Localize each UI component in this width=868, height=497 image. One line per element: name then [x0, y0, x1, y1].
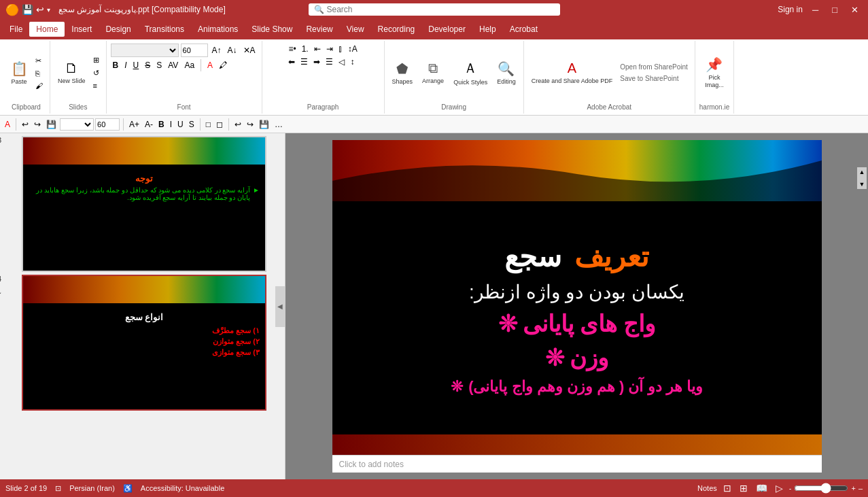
minimize-button[interactable]: ─	[808, 5, 822, 15]
section-button[interactable]: ≡	[90, 80, 102, 91]
increase-indent-button[interactable]: ⇥	[324, 44, 335, 54]
align-right-button[interactable]: ➡	[311, 56, 322, 67]
open-sharepoint-button[interactable]: Open from SharePoint	[617, 62, 691, 72]
normal-view-btn[interactable]: ⊡	[721, 483, 733, 494]
slide-sorter-btn[interactable]: ⊞	[737, 483, 750, 494]
menu-view[interactable]: View	[340, 22, 371, 37]
menu-file[interactable]: File	[3, 22, 29, 37]
copy-button[interactable]: ⎘	[33, 68, 46, 79]
strikethrough-button[interactable]: S	[143, 60, 152, 71]
paste-button[interactable]: 📋 Paste	[7, 54, 31, 92]
toolbar-increase-btn[interactable]: A+	[127, 119, 141, 130]
bullet3-text: ویا هر دو آن ( هم وزن وهم واج پایانی)	[468, 378, 703, 396]
menu-home[interactable]: Home	[29, 22, 65, 37]
toolbar-undo2-btn[interactable]: ↩	[232, 119, 243, 130]
save-sharepoint-button[interactable]: Save to SharePoint	[617, 73, 691, 84]
shadow-button[interactable]: S	[154, 60, 164, 71]
align-center-button[interactable]: ☰	[298, 56, 310, 67]
menu-help[interactable]: Help	[472, 22, 503, 37]
font-color-toolbar-button[interactable]: A	[3, 119, 12, 130]
text-direction-button[interactable]: ↕A	[346, 44, 360, 54]
toolbar-bold-btn[interactable]: B	[156, 119, 167, 130]
numbering-button[interactable]: 1.	[300, 44, 311, 54]
toolbar-font-select[interactable]	[60, 118, 94, 131]
editing-button[interactable]: 🔍 Editing	[493, 54, 519, 92]
font-family-select[interactable]	[111, 44, 179, 57]
reset-button[interactable]: ↺	[90, 67, 102, 79]
toolbar-shadow2-btn[interactable]: ◻	[214, 119, 225, 130]
slide-panel[interactable]: 3 توجه ► آرایه سجع در کلامی دیده می شود …	[0, 133, 285, 479]
vertical-scrollbar[interactable]: ▲ ▼	[857, 167, 867, 189]
italic-button[interactable]: I	[122, 60, 128, 71]
toolbar-redo-button[interactable]: ↪	[32, 119, 43, 130]
shapes-button[interactable]: ⬟ Shapes	[389, 54, 417, 92]
columns-button[interactable]: ⫿	[336, 44, 345, 54]
menu-animations[interactable]: Animations	[191, 22, 245, 37]
menu-recording[interactable]: Recording	[371, 22, 422, 37]
clear-format-button[interactable]: ✕A	[241, 45, 258, 56]
menu-review[interactable]: Review	[299, 22, 339, 37]
toolbar-decrease-btn[interactable]: A-	[143, 119, 155, 130]
toolbar-undo-button[interactable]: ↩	[20, 119, 31, 130]
signin-button[interactable]: Sign in	[778, 5, 803, 14]
font-decrease-button[interactable]: A↓	[226, 45, 239, 56]
panel-collapse-arrow[interactable]: ◀	[275, 286, 285, 327]
change-case-button[interactable]: Aa	[182, 60, 196, 71]
layout-button[interactable]: ⊞	[90, 54, 102, 66]
menu-design[interactable]: Design	[99, 22, 137, 37]
toolbar-redo2-btn[interactable]: ↪	[245, 119, 256, 130]
zoom-out-icon[interactable]: -	[789, 484, 792, 492]
quick-styles-button[interactable]: Ａ Quick Styles	[450, 54, 491, 92]
toolbar-more-btn[interactable]: …	[273, 119, 285, 130]
toolbar-shadow-btn[interactable]: S	[187, 119, 196, 130]
maximize-button[interactable]: □	[828, 5, 841, 15]
align-left-button[interactable]: ⬅	[286, 56, 297, 67]
line-spacing-button[interactable]: ↕	[348, 56, 356, 67]
zoom-in-icon[interactable]: +	[851, 484, 855, 492]
slide-thumb-3[interactable]: توجه ► آرایه سجع در کلامی دیده می شود که…	[22, 136, 266, 272]
decrease-indent-button[interactable]: ⇤	[312, 44, 323, 54]
toolbar-save-button[interactable]: 💾	[44, 119, 58, 130]
reading-view-btn[interactable]: 📖	[754, 483, 769, 494]
font-size-input[interactable]	[181, 44, 208, 57]
underline-button[interactable]: U	[131, 60, 141, 71]
pick-button[interactable]: 📌 PickImag...	[701, 54, 727, 92]
menu-transitions[interactable]: Transitions	[138, 22, 191, 37]
create-share-button[interactable]: A Create and Share Adobe PDF	[528, 54, 617, 92]
scroll-up-arrow[interactable]: ▲	[858, 167, 867, 177]
bullets-button[interactable]: ≡•	[286, 44, 298, 54]
quick-access-undo[interactable]: ↩	[36, 4, 44, 15]
quick-access-save[interactable]: 💾	[22, 4, 33, 15]
close-button[interactable]: ✕	[847, 5, 863, 15]
format-painter-button[interactable]: 🖌	[33, 80, 46, 91]
justify-button[interactable]: ☰	[324, 56, 335, 67]
notes-toggle-btn[interactable]: Notes	[697, 484, 717, 492]
bold-button[interactable]: B	[111, 60, 121, 71]
rtl-button[interactable]: ◁	[336, 56, 347, 67]
menu-slideshow[interactable]: Slide Show	[245, 22, 299, 37]
new-slide-button[interactable]: 🗋 New Slide	[54, 54, 89, 92]
font-color-button[interactable]: A	[205, 60, 215, 71]
toolbar-save2-btn[interactable]: 💾	[257, 119, 271, 130]
toolbar-size-input[interactable]	[95, 118, 120, 131]
toolbar-underline-btn[interactable]: U	[175, 119, 186, 130]
quick-access-dropdown[interactable]: ▾	[47, 6, 50, 14]
char-spacing-button[interactable]: AV	[166, 60, 180, 71]
arrange-button[interactable]: ⧉ Arrange	[419, 54, 447, 92]
cut-button[interactable]: ✂	[33, 55, 46, 67]
scroll-down-arrow[interactable]: ▼	[858, 179, 867, 189]
toolbar-border-btn[interactable]: □	[204, 119, 213, 130]
title-left: 🟠 💾 ↩ ▾ پاورپوینت آموزش سجع.ppt [Compati…	[5, 3, 226, 16]
slideshow-btn[interactable]: ▷	[774, 483, 785, 494]
search-input[interactable]	[327, 5, 551, 14]
menu-developer[interactable]: Developer	[421, 22, 472, 37]
menu-insert[interactable]: Insert	[65, 22, 99, 37]
font-increase-button[interactable]: A↑	[210, 45, 224, 56]
highlight-button[interactable]: 🖍	[217, 60, 229, 71]
toolbar-italic-btn[interactable]: I	[168, 119, 174, 130]
zoom-slider[interactable]	[794, 483, 848, 494]
slide-content-area: تعریف سجع یکسان بودن دو واژه ازنظر: واج …	[332, 208, 822, 428]
notes-area[interactable]: Click to add notes	[332, 455, 822, 473]
slide-thumb-4[interactable]: انواع سجع ۱) سجع مطرَّف ۲) سجع متوازن ۳)…	[22, 275, 266, 411]
menu-acrobat[interactable]: Acrobat	[503, 22, 544, 37]
